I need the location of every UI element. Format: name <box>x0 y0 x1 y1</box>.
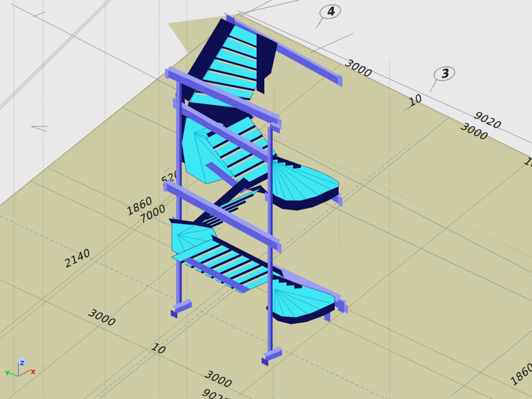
grid-bubble[interactable]: 4 <box>319 3 342 24</box>
model-viewport[interactable]: 3000109020300010520186070002140300010300… <box>0 0 532 399</box>
axis-z-label: Z <box>20 360 24 367</box>
axis-x-label: X <box>31 369 36 376</box>
grid-bubble-label: 4 <box>325 4 336 19</box>
cad-3d-scene[interactable]: 3000109020300010520186070002140300010300… <box>0 0 532 399</box>
axis-y-label: Y <box>4 370 10 377</box>
grid-bubble[interactable]: 3 <box>433 65 457 86</box>
grid-bubble-label: 3 <box>439 66 451 81</box>
